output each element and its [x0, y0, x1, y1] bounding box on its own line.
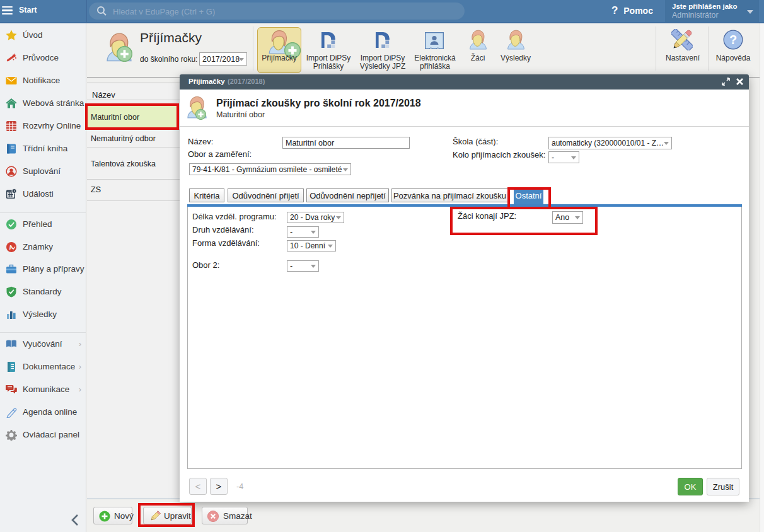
svg-text:?: ?	[729, 33, 737, 47]
